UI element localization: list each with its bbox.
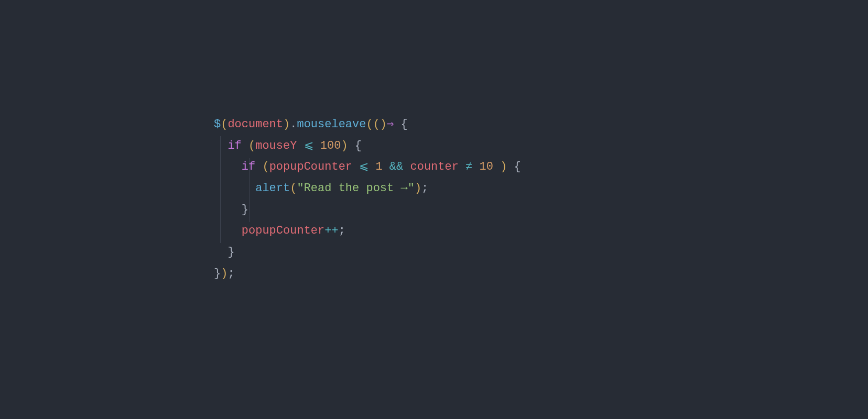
keyword-token: if	[227, 139, 241, 152]
indent	[214, 182, 255, 195]
paren-token: )	[500, 160, 507, 173]
paren-token: )	[221, 267, 227, 280]
dot-token: .	[290, 118, 297, 131]
identifier-token: document	[227, 118, 283, 131]
paren-token: (	[248, 139, 255, 152]
brace-token: }	[214, 267, 221, 280]
jquery-token: $	[214, 118, 221, 131]
identifier-token: counter	[410, 160, 458, 173]
code-line: }	[214, 242, 521, 263]
identifier-token: popupCounter	[269, 160, 352, 173]
code-line: if (mouseY ⩽ 100) {	[214, 136, 521, 157]
code-line: $(document).mouseleave(()⇒ {	[214, 114, 521, 136]
indent	[214, 246, 227, 259]
paren-token: (	[262, 160, 269, 173]
indent	[214, 160, 242, 173]
string-token: "Read the post →"	[297, 182, 414, 195]
identifier-token: popupCounter	[242, 224, 324, 237]
brace-token: {	[507, 160, 520, 173]
brace-token: {	[394, 118, 407, 131]
semicolon-token: ;	[339, 224, 345, 237]
function-token: alert	[255, 182, 290, 195]
code-line: if (popupCounter ⩽ 1 && counter ≠ 10 ) {	[214, 157, 521, 178]
identifier-token: mouseY	[255, 139, 297, 152]
paren-token: )	[341, 139, 348, 152]
keyword-token: if	[242, 160, 255, 173]
number-token: 10	[480, 160, 493, 173]
number-token: 100	[320, 139, 341, 152]
code-line: alert("Read the post →");	[214, 178, 521, 200]
operator-token: ⩽	[297, 139, 320, 152]
semicolon-token: ;	[421, 182, 428, 195]
paren-token: (()	[366, 118, 387, 131]
brace-token: }	[227, 246, 234, 259]
paren-token: )	[283, 118, 290, 131]
operator-token: ++	[324, 224, 338, 237]
code-line: });	[214, 263, 521, 285]
operator-token: ≠	[459, 160, 480, 173]
code-line: popupCounter++;	[214, 220, 521, 242]
number-token: 1	[375, 160, 382, 173]
paren-token: )	[415, 182, 421, 195]
brace-token: {	[348, 139, 362, 152]
brace-token: }	[242, 203, 248, 216]
semicolon-token: ;	[227, 267, 234, 280]
code-editor: $(document).mouseleave(()⇒ { if (mouseY …	[0, 0, 521, 285]
code-line: }	[214, 200, 521, 221]
paren-token: (	[221, 118, 227, 131]
indent	[214, 139, 227, 152]
indent	[214, 203, 242, 216]
indent	[214, 224, 242, 237]
method-token: mouseleave	[297, 118, 366, 131]
arrow-token: ⇒	[387, 118, 394, 131]
paren-token: (	[290, 182, 297, 195]
operator-token: &&	[383, 160, 410, 173]
operator-token: ⩽	[352, 160, 375, 173]
